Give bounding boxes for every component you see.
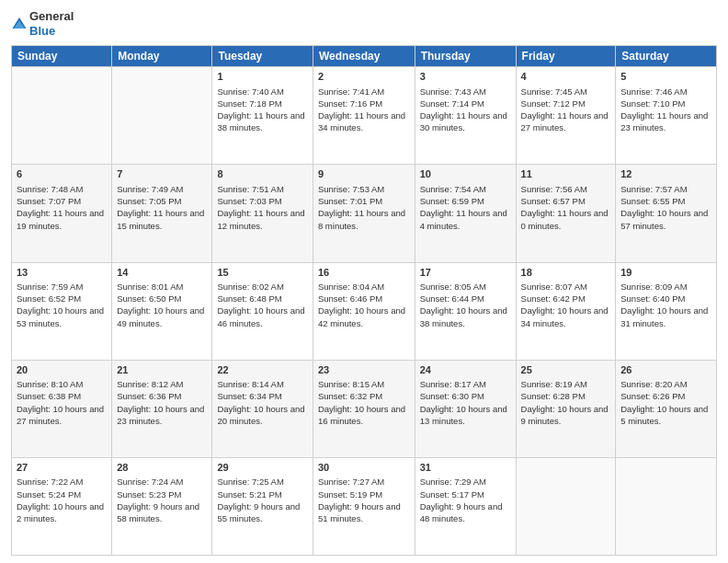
sunrise-text: Sunrise: 7:43 AM — [420, 86, 486, 97]
sunset-text: Sunset: 6:48 PM — [217, 293, 281, 304]
sunset-text: Sunset: 7:12 PM — [521, 98, 586, 109]
calendar-cell: 11Sunrise: 7:56 AMSunset: 6:57 PMDayligh… — [516, 165, 616, 262]
day-number: 24 — [420, 363, 511, 377]
day-number: 2 — [318, 70, 410, 84]
week-row-1: 1Sunrise: 7:40 AMSunset: 7:18 PMDaylight… — [12, 67, 717, 165]
calendar-cell: 1Sunrise: 7:40 AMSunset: 7:18 PMDaylight… — [212, 67, 313, 165]
logo: General Blue — [11, 9, 74, 38]
calendar-cell: 30Sunrise: 7:27 AMSunset: 5:19 PMDayligh… — [313, 457, 415, 555]
daylight-text: Daylight: 10 hours and 16 minutes. — [318, 404, 405, 426]
day-number: 31 — [420, 461, 511, 475]
daylight-text: Daylight: 11 hours and 34 minutes. — [318, 110, 405, 132]
daylight-text: Daylight: 10 hours and 23 minutes. — [117, 404, 204, 426]
sunset-text: Sunset: 7:07 PM — [17, 196, 81, 206]
day-number: 4 — [521, 70, 611, 84]
calendar-cell: 12Sunrise: 7:57 AMSunset: 6:55 PMDayligh… — [616, 165, 717, 262]
sunset-text: Sunset: 5:21 PM — [217, 489, 281, 500]
daylight-text: Daylight: 10 hours and 46 minutes. — [217, 305, 304, 327]
calendar-cell: 31Sunrise: 7:29 AMSunset: 5:17 PMDayligh… — [415, 457, 516, 555]
calendar-cell — [616, 457, 717, 555]
sunset-text: Sunset: 6:30 PM — [420, 391, 484, 401]
day-number: 12 — [620, 167, 711, 181]
sunrise-text: Sunrise: 7:25 AM — [217, 477, 283, 487]
sunset-text: Sunset: 6:36 PM — [117, 391, 181, 401]
calendar-cell: 5Sunrise: 7:46 AMSunset: 7:10 PMDaylight… — [616, 67, 717, 165]
sunset-text: Sunset: 6:26 PM — [620, 391, 685, 401]
day-number: 25 — [521, 363, 611, 377]
week-row-4: 20Sunrise: 8:10 AMSunset: 6:38 PMDayligh… — [12, 360, 717, 457]
calendar-cell: 6Sunrise: 7:48 AMSunset: 7:07 PMDaylight… — [12, 165, 112, 262]
calendar-cell: 22Sunrise: 8:14 AMSunset: 6:34 PMDayligh… — [212, 360, 313, 457]
daylight-text: Daylight: 10 hours and 34 minutes. — [521, 305, 609, 327]
calendar-cell: 14Sunrise: 8:01 AMSunset: 6:50 PMDayligh… — [112, 262, 212, 360]
page: General Blue SundayMondayTuesdayWednesda… — [0, 0, 728, 563]
sunrise-text: Sunrise: 7:27 AM — [318, 477, 384, 487]
sunrise-text: Sunrise: 7:29 AM — [420, 477, 486, 487]
sunset-text: Sunset: 6:40 PM — [620, 293, 685, 304]
weekday-header-monday: Monday — [112, 46, 212, 67]
daylight-text: Daylight: 11 hours and 19 minutes. — [17, 208, 104, 230]
sunset-text: Sunset: 7:10 PM — [620, 98, 685, 109]
weekday-header-thursday: Thursday — [415, 46, 516, 67]
day-number: 3 — [420, 70, 511, 84]
calendar-cell: 27Sunrise: 7:22 AMSunset: 5:24 PMDayligh… — [12, 457, 112, 555]
sunset-text: Sunset: 6:38 PM — [17, 391, 81, 401]
sunrise-text: Sunrise: 8:09 AM — [620, 282, 687, 292]
day-number: 22 — [217, 363, 307, 377]
sunset-text: Sunset: 7:16 PM — [318, 98, 382, 109]
day-number: 8 — [217, 167, 307, 181]
sunrise-text: Sunrise: 7:56 AM — [521, 184, 587, 194]
sunrise-text: Sunrise: 8:02 AM — [217, 282, 283, 292]
calendar-cell: 25Sunrise: 8:19 AMSunset: 6:28 PMDayligh… — [516, 360, 616, 457]
sunrise-text: Sunrise: 7:51 AM — [217, 184, 283, 194]
sunrise-text: Sunrise: 8:20 AM — [620, 379, 687, 389]
daylight-text: Daylight: 11 hours and 15 minutes. — [117, 208, 204, 230]
sunset-text: Sunset: 7:18 PM — [217, 98, 281, 109]
daylight-text: Daylight: 10 hours and 27 minutes. — [17, 404, 104, 426]
calendar-cell: 3Sunrise: 7:43 AMSunset: 7:14 PMDaylight… — [415, 67, 516, 165]
calendar-cell: 13Sunrise: 7:59 AMSunset: 6:52 PMDayligh… — [12, 262, 112, 360]
calendar-cell: 7Sunrise: 7:49 AMSunset: 7:05 PMDaylight… — [112, 165, 212, 262]
sunrise-text: Sunrise: 7:45 AM — [521, 86, 587, 97]
day-number: 17 — [420, 266, 511, 280]
day-number: 9 — [318, 167, 410, 181]
calendar-cell: 18Sunrise: 8:07 AMSunset: 6:42 PMDayligh… — [516, 262, 616, 360]
logo-icon — [11, 15, 28, 31]
day-number: 14 — [117, 266, 207, 280]
calendar-cell: 24Sunrise: 8:17 AMSunset: 6:30 PMDayligh… — [415, 360, 516, 457]
daylight-text: Daylight: 9 hours and 55 minutes. — [217, 501, 300, 523]
day-number: 5 — [620, 70, 711, 84]
weekday-header-sunday: Sunday — [12, 46, 112, 67]
day-number: 18 — [521, 266, 611, 280]
sunrise-text: Sunrise: 8:14 AM — [217, 379, 283, 389]
week-row-5: 27Sunrise: 7:22 AMSunset: 5:24 PMDayligh… — [12, 457, 717, 555]
sunset-text: Sunset: 6:46 PM — [318, 293, 382, 304]
calendar-cell — [112, 67, 212, 165]
sunset-text: Sunset: 6:44 PM — [420, 293, 484, 304]
day-number: 21 — [117, 363, 207, 377]
weekday-header-row: SundayMondayTuesdayWednesdayThursdayFrid… — [12, 46, 717, 67]
day-number: 7 — [117, 167, 207, 181]
sunset-text: Sunset: 5:17 PM — [420, 489, 484, 500]
daylight-text: Daylight: 11 hours and 23 minutes. — [620, 110, 708, 132]
sunrise-text: Sunrise: 7:40 AM — [217, 86, 283, 97]
day-number: 26 — [620, 363, 711, 377]
calendar-cell: 4Sunrise: 7:45 AMSunset: 7:12 PMDaylight… — [516, 67, 616, 165]
day-number: 15 — [217, 266, 307, 280]
sunset-text: Sunset: 7:05 PM — [117, 196, 181, 206]
sunset-text: Sunset: 5:23 PM — [117, 489, 181, 500]
daylight-text: Daylight: 11 hours and 8 minutes. — [318, 208, 405, 230]
week-row-3: 13Sunrise: 7:59 AMSunset: 6:52 PMDayligh… — [12, 262, 717, 360]
calendar-cell: 9Sunrise: 7:53 AMSunset: 7:01 PMDaylight… — [313, 165, 415, 262]
sunrise-text: Sunrise: 8:19 AM — [521, 379, 587, 389]
day-number: 1 — [217, 70, 307, 84]
sunrise-text: Sunrise: 8:01 AM — [117, 282, 183, 292]
day-number: 30 — [318, 461, 410, 475]
daylight-text: Daylight: 10 hours and 5 minutes. — [620, 404, 708, 426]
calendar-cell: 29Sunrise: 7:25 AMSunset: 5:21 PMDayligh… — [212, 457, 313, 555]
logo-text: General Blue — [29, 9, 74, 38]
day-number: 10 — [420, 167, 511, 181]
daylight-text: Daylight: 11 hours and 38 minutes. — [217, 110, 304, 132]
sunset-text: Sunset: 6:28 PM — [521, 391, 586, 401]
sunrise-text: Sunrise: 7:22 AM — [17, 477, 83, 487]
